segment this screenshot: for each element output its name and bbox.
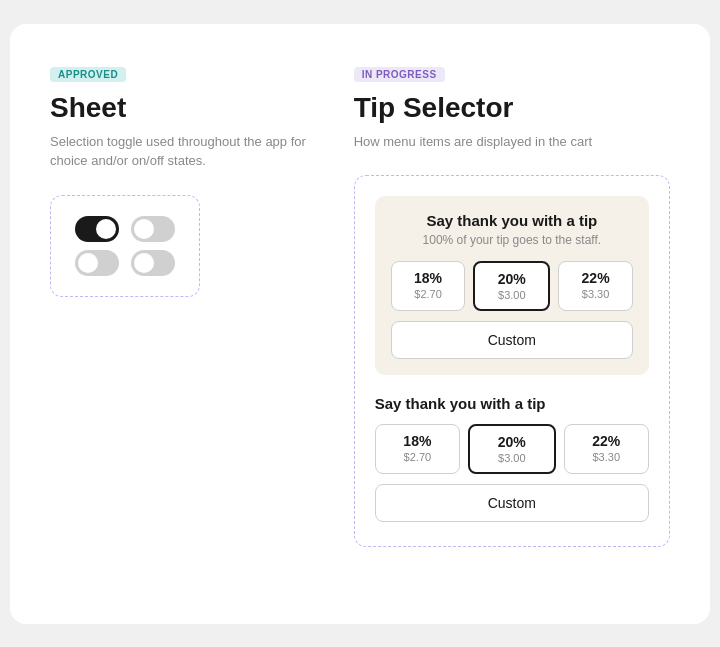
tip-card-2: Say thank you with a tip 18% $2.70 20% $…: [375, 391, 649, 526]
toggle-preview-box: [50, 195, 200, 297]
toggle-row-2: [75, 250, 175, 276]
tip-amt: $3.30: [563, 288, 628, 300]
tip-option-22[interactable]: 22% $3.30: [558, 261, 633, 311]
approved-badge: APPROVED: [50, 67, 126, 82]
tip-card-2-title: Say thank you with a tip: [375, 395, 649, 412]
tip-selector-title: Tip Selector: [354, 92, 670, 124]
toggle-knob: [134, 253, 154, 273]
tip-option-2-20-selected[interactable]: 20% $3.00: [468, 424, 555, 474]
tip-option-20-selected[interactable]: 20% $3.00: [473, 261, 550, 311]
toggle-row-1: [75, 216, 175, 242]
tip-pct: 18%: [396, 270, 461, 286]
tip-custom-button-2[interactable]: Custom: [375, 484, 649, 522]
tip-option-18[interactable]: 18% $2.70: [391, 261, 466, 311]
tip-pct: 20%: [479, 271, 544, 287]
tip-option-2-22[interactable]: 22% $3.30: [564, 424, 649, 474]
toggle-off-light-2[interactable]: [131, 250, 175, 276]
tip-custom-button-1[interactable]: Custom: [391, 321, 633, 359]
tip-options-2: 18% $2.70 20% $3.00 22% $3.30: [375, 424, 649, 474]
toggle-knob: [78, 253, 98, 273]
toggle-on-dark[interactable]: [75, 216, 119, 242]
inprogress-badge: IN PROGRESS: [354, 67, 445, 82]
toggle-knob: [134, 219, 154, 239]
tip-card-1: Say thank you with a tip 100% of your ti…: [375, 196, 649, 375]
tip-amt: $2.70: [396, 288, 461, 300]
tip-card-1-subtitle: 100% of your tip goes to the staff.: [391, 233, 633, 247]
tip-amt: $2.70: [380, 451, 455, 463]
tip-pct: 20%: [474, 434, 549, 450]
tip-amt: $3.00: [474, 452, 549, 464]
tip-preview-box: Say thank you with a tip 100% of your ti…: [354, 175, 670, 547]
tip-card-1-title: Say thank you with a tip: [391, 212, 633, 229]
tip-selector-description: How menu items are displayed in the cart: [354, 132, 670, 152]
tip-pct: 22%: [563, 270, 628, 286]
tip-pct: 18%: [380, 433, 455, 449]
toggle-off-dark[interactable]: [75, 250, 119, 276]
sheet-title: Sheet: [50, 92, 314, 124]
tip-options-1: 18% $2.70 20% $3.00 22% $3.30: [391, 261, 633, 311]
tip-option-2-18[interactable]: 18% $2.70: [375, 424, 460, 474]
toggle-knob: [96, 219, 116, 239]
left-panel: APPROVED Sheet Selection toggle used thr…: [50, 64, 314, 297]
tip-amt: $3.00: [479, 289, 544, 301]
toggle-off-light[interactable]: [131, 216, 175, 242]
right-panel: IN PROGRESS Tip Selector How menu items …: [354, 64, 670, 548]
page-container: APPROVED Sheet Selection toggle used thr…: [10, 24, 710, 624]
sheet-description: Selection toggle used throughout the app…: [50, 132, 314, 171]
tip-pct: 22%: [569, 433, 644, 449]
tip-amt: $3.30: [569, 451, 644, 463]
